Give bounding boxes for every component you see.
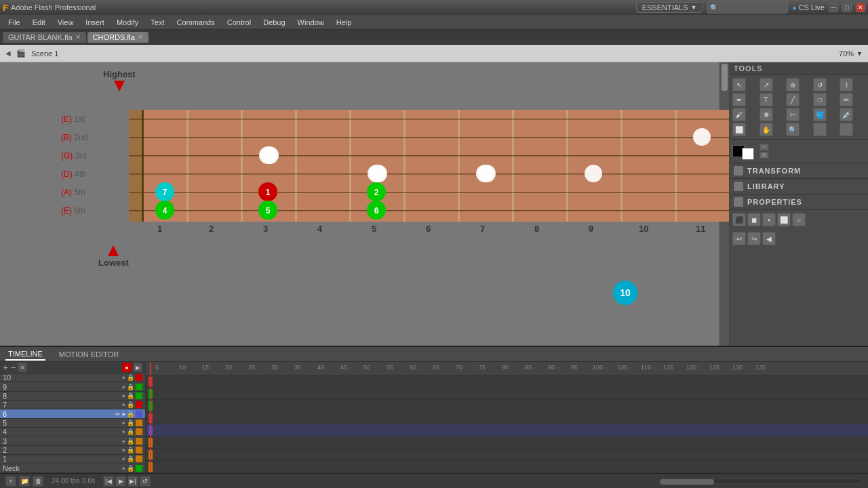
swap-colors-btn[interactable]: ↔: [760, 144, 769, 150]
scroll-thumb[interactable]: [722, 64, 728, 91]
play2-btn[interactable]: ▶: [115, 476, 126, 487]
tab-guitar-blank-close[interactable]: ✕: [75, 33, 81, 41]
tool-back[interactable]: ◀: [762, 232, 776, 245]
maximize-button[interactable]: □: [842, 3, 852, 12]
tool-subselect[interactable]: ↗: [760, 78, 773, 92]
menu-debug[interactable]: Debug: [258, 17, 290, 28]
menu-insert[interactable]: Insert: [80, 17, 110, 28]
tool-text[interactable]: T: [760, 93, 773, 106]
layer-eye-9[interactable]: ●: [122, 384, 125, 390]
tool-pencil[interactable]: ✏: [840, 93, 853, 106]
layer-lock-8[interactable]: 🔒: [127, 392, 134, 399]
menu-text[interactable]: Text: [145, 17, 170, 28]
tool-ex5[interactable]: ○: [792, 213, 806, 226]
layer-lock-3[interactable]: 🔒: [127, 438, 134, 445]
add-layer-btn[interactable]: +: [3, 362, 8, 373]
tool-lasso[interactable]: ⌇: [840, 78, 853, 92]
tool-rect[interactable]: □: [813, 93, 827, 106]
tool-ex4[interactable]: ⬜: [777, 213, 791, 226]
layer-eye-4[interactable]: ●: [122, 428, 125, 435]
layer-lock-6[interactable]: 🔒: [127, 411, 134, 418]
layer-options-btn[interactable]: ≡: [18, 363, 27, 372]
tab-chords[interactable]: CHORDS.fla ✕: [87, 32, 149, 43]
layer-eye-10[interactable]: ●: [122, 374, 125, 381]
play-btn[interactable]: ▶: [133, 363, 142, 372]
tool-paint-bucket[interactable]: 🪣: [813, 108, 827, 121]
library-panel[interactable]: LIBRARY: [730, 179, 868, 195]
layer-lock-9[interactable]: 🔒: [127, 384, 134, 390]
layer-lock-neck[interactable]: 🔒: [127, 465, 134, 472]
fill-color[interactable]: [742, 148, 754, 160]
tool-redo[interactable]: ↪: [747, 232, 761, 245]
timeline-scrollbar-h[interactable]: [659, 479, 863, 484]
tool-bone[interactable]: ⊢: [786, 108, 800, 121]
menu-view[interactable]: View: [52, 17, 79, 28]
cs-live-btn[interactable]: ● CS Live: [792, 3, 825, 12]
layer-lock-2[interactable]: 🔒: [127, 447, 134, 453]
no-color-btn[interactable]: ∅: [760, 152, 769, 159]
tab-guitar-blank[interactable]: GUITAR BLANK.fla ✕: [3, 32, 86, 43]
tool-arrow[interactable]: ↖: [732, 78, 746, 92]
tool-brush[interactable]: 🖌: [732, 108, 746, 121]
layer-row-6[interactable]: 6 ✏ ● 🔒: [0, 409, 145, 418]
menu-file[interactable]: File: [3, 17, 26, 28]
new-layer-btn[interactable]: +: [5, 476, 16, 487]
tool-eraser[interactable]: ⬜: [732, 123, 746, 136]
canvas-area[interactable]: Highest (E) 1st (B) 2nd (G) 3rd (D): [0, 62, 729, 346]
delete-layer-btn[interactable]: −: [10, 362, 16, 373]
minimize-button[interactable]: ─: [829, 3, 838, 12]
menu-window[interactable]: Window: [292, 17, 330, 28]
menu-modify[interactable]: Modify: [111, 17, 144, 28]
layer-eye-neck[interactable]: ●: [122, 465, 125, 472]
tool-ex3[interactable]: ▪: [762, 213, 776, 226]
step-back-btn[interactable]: |◀: [103, 476, 114, 487]
tool-3d-rotate[interactable]: ↺: [813, 78, 827, 92]
essentials-dropdown[interactable]: ESSENTIALS ▼: [636, 2, 703, 13]
step-forward-btn[interactable]: ▶|: [127, 476, 138, 487]
layer-eye-6[interactable]: ●: [122, 411, 125, 418]
tool-undo[interactable]: ↩: [732, 232, 746, 245]
menu-control[interactable]: Control: [222, 17, 256, 28]
layer-eye-5[interactable]: ●: [122, 420, 125, 426]
tool-zoom[interactable]: 🔍: [786, 123, 800, 136]
properties-panel[interactable]: PROPERTIES: [730, 195, 868, 210]
tool-line[interactable]: ╱: [786, 93, 800, 106]
layer-eye-3[interactable]: ●: [122, 438, 125, 445]
delete-layer-btn2[interactable]: 🗑: [33, 476, 43, 487]
tool-ex1[interactable]: ⬛: [732, 213, 746, 226]
loop-btn[interactable]: ↺: [140, 476, 151, 487]
tool-hand[interactable]: ✋: [760, 123, 773, 136]
essentials-chevron: ▼: [691, 4, 697, 11]
zoom-control[interactable]: 70% ▼: [839, 49, 863, 58]
search-box[interactable]: 🔍: [707, 1, 788, 14]
layer-lock-10[interactable]: 🔒: [127, 374, 134, 381]
layer-eye-1[interactable]: ●: [122, 455, 125, 462]
layer-eye-8[interactable]: ●: [122, 392, 125, 399]
floating-note-circle[interactable]: 10: [613, 281, 637, 305]
menu-edit[interactable]: Edit: [27, 17, 51, 28]
tool-pen[interactable]: ✒: [732, 93, 746, 106]
tool-deco[interactable]: ❋: [760, 108, 773, 121]
layer-lock-4[interactable]: 🔒: [127, 428, 134, 435]
layer-lock-7[interactable]: 🔒: [127, 401, 134, 408]
timeline-tab-motion[interactable]: MOTION EDITOR: [56, 349, 121, 360]
tool-free-transform[interactable]: ⊕: [786, 78, 800, 92]
transform-panel[interactable]: TRANSFORM: [730, 163, 868, 179]
timeline-scroll-thumb[interactable]: [660, 479, 714, 485]
tool-eyedropper[interactable]: 💉: [840, 108, 853, 121]
add-folder-btn[interactable]: 📁: [19, 476, 30, 487]
tab-chords-close[interactable]: ✕: [138, 33, 143, 41]
layer-lock-1[interactable]: 🔒: [127, 455, 134, 462]
layer-pencil-6[interactable]: ✏: [115, 411, 121, 418]
layer-lock-5[interactable]: 🔒: [127, 420, 134, 426]
timeline-tab-timeline[interactable]: TIMELINE: [5, 348, 45, 361]
record-btn[interactable]: ●: [122, 363, 132, 372]
tool-ex2[interactable]: ◼: [747, 213, 761, 226]
layer-eye-2[interactable]: ●: [122, 447, 125, 453]
menu-help[interactable]: Help: [331, 17, 357, 28]
menu-commands[interactable]: Commands: [171, 17, 220, 28]
layer-eye-7[interactable]: ●: [122, 401, 125, 408]
close-button[interactable]: ✕: [856, 3, 865, 12]
scene-label[interactable]: Scene 1: [31, 49, 58, 58]
layer-row-4: 4 ● 🔒: [0, 428, 145, 436]
